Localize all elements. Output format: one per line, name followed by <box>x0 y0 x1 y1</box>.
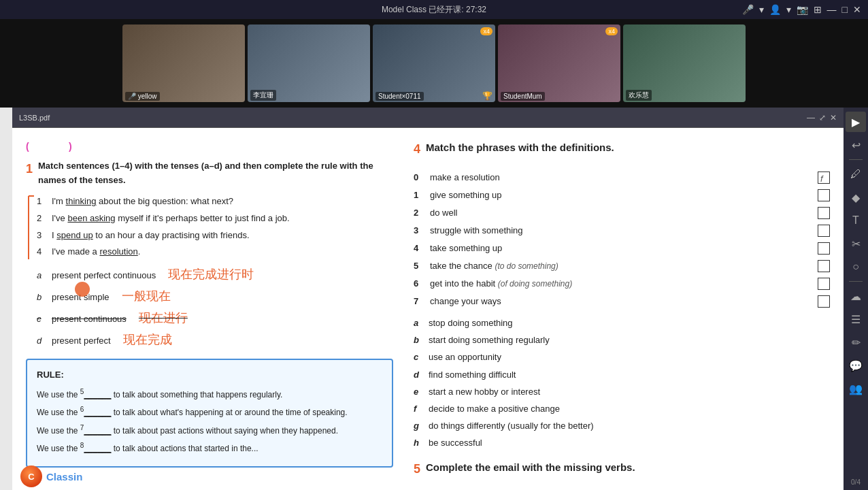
maximize-icon[interactable]: □ <box>842 4 848 15</box>
rule-line-4: We use the 8______ to talk about actions… <box>37 440 382 455</box>
pdf-content: ( ) 1 Match sentences (1–4) with the ten… <box>12 128 844 490</box>
people-icon[interactable]: 👥 <box>846 378 866 399</box>
rule-line-2: We use the 6______ to talk about what's … <box>37 404 382 419</box>
video-label-4: StudentMum <box>501 92 545 101</box>
tense-c: c present continuous 现在进行 <box>37 308 393 328</box>
mic-icon[interactable]: 🎤 <box>742 4 754 15</box>
logo-circle-icon: C <box>20 466 42 487</box>
close-pdf-icon[interactable]: ✕ <box>830 113 837 122</box>
tense-b: b present simple 一般现在 <box>37 287 393 306</box>
video-label-3: Student×0711 <box>375 92 424 101</box>
people-count: 0/4 <box>851 478 861 486</box>
sentence-4: 4 I've made a resolution. <box>37 245 393 259</box>
checkbox-4[interactable] <box>818 242 830 255</box>
checkbox-6[interactable] <box>818 278 830 290</box>
back-icon[interactable]: ↩ <box>846 135 866 155</box>
sentence-2: 2 I've been asking myself if it's perhap… <box>37 212 393 226</box>
scissors-icon[interactable]: ✂ <box>846 233 866 254</box>
section5-title: Complete the email with the missing verb… <box>426 459 635 476</box>
rule-title: RULE: <box>37 368 382 382</box>
minimize-icon[interactable]: — <box>827 4 837 15</box>
video-label-1: 🎤 yellow <box>125 92 160 101</box>
sidebar-divider-1 <box>849 159 863 160</box>
pdf-tab-label[interactable]: L3SB.pdf <box>19 114 50 122</box>
brush-icon[interactable]: 🖊 <box>846 164 866 184</box>
text-icon[interactable]: T <box>846 210 866 231</box>
def-c: c use an opportunity <box>414 350 830 365</box>
rule-line-3: We use the 7______ to talk about past ac… <box>37 423 382 438</box>
section1-title: Match sentences (1–4) with the tenses (a… <box>38 159 393 188</box>
chevron-down-icon2[interactable]: ▾ <box>786 4 791 15</box>
right-sidebar: ▶ ↩ 🖊 ◆ T ✂ ○ ☁ ☰ ✏ 💬 👥 0/4 <box>844 108 868 490</box>
app-title: Model Class <box>382 5 427 14</box>
section4-title: Match the phrases with the definitions. <box>426 139 614 157</box>
chevron-down-icon[interactable]: ▾ <box>759 4 764 15</box>
edit-icon[interactable]: ✏ <box>846 332 866 353</box>
cursor-indicator <box>75 282 90 297</box>
def-d: d find something difficult <box>414 368 830 382</box>
phrase-7: 7 change your ways <box>414 294 830 309</box>
sentence-3: 3 I spend up to an hour a day practising… <box>37 229 393 243</box>
rule-line-1: We use the 5______ to talk about somethi… <box>37 387 382 402</box>
phrase-1: 1 give something up <box>414 188 830 203</box>
def-h: h be successful <box>414 436 830 451</box>
section1-header: 1 Match sentences (1–4) with the tenses … <box>26 159 393 188</box>
document-wrapper: L3SB.pdf — ⤢ ✕ ( ) <box>12 108 844 490</box>
close-icon[interactable]: ✕ <box>853 4 861 15</box>
checkbox-2[interactable] <box>818 207 830 219</box>
video-badge-3: x4 <box>480 27 493 35</box>
checkbox-7[interactable] <box>818 295 830 308</box>
grid-icon[interactable]: ⊞ <box>814 4 822 15</box>
phrase-0: 0 make a resolution <box>414 170 830 185</box>
top-right-icons: 🎤 ▾ 👤 ▾ 📷 ⊞ — □ ✕ <box>742 4 861 15</box>
cursor-tool-icon[interactable]: ▶ <box>846 112 866 132</box>
def-e: e start a new hobby or interest <box>414 385 830 399</box>
def-a: a stop doing something <box>414 316 830 331</box>
phrase-2: 2 do well <box>414 206 830 220</box>
page-header-partial: ( ) <box>26 139 393 154</box>
classin-logo: C Classin <box>20 466 82 487</box>
def-g: g do things differently (usually for the… <box>414 419 830 434</box>
circle-icon[interactable]: ○ <box>846 257 866 277</box>
video-label-2: 李宜珊 <box>250 90 276 101</box>
phrase-5: 5 take the chance (to do something) <box>414 259 830 274</box>
section4-header: 4 Match the phrases with the definitions… <box>414 139 830 163</box>
list-icon[interactable]: ☰ <box>846 309 866 329</box>
checkbox-3[interactable] <box>818 225 830 237</box>
sentences-group: 1 I'm thinking about the big question: w… <box>37 195 393 259</box>
video-strip: 🎤 yellow 李宜珊 x4 Student×0711 🏆 x4 Studen… <box>0 19 868 108</box>
cloud-icon[interactable]: ☁ <box>846 286 866 306</box>
maximize-pdf-icon[interactable]: ⤢ <box>819 113 826 122</box>
checkbox-0[interactable] <box>818 172 830 184</box>
checkbox-1[interactable] <box>818 189 830 201</box>
section4-num: 4 <box>414 139 420 160</box>
right-column: 4 Match the phrases with the definitions… <box>414 139 830 479</box>
camera-icon[interactable]: 📷 <box>797 4 808 15</box>
video-cell-5: 欢乐慧 <box>623 24 746 102</box>
rule-box: RULE: We use the 5______ to talk about s… <box>26 359 393 468</box>
toolbar-icons: — ⤢ ✕ <box>807 113 837 122</box>
top-bar: Model Class 已经开课: 27:32 🎤 ▾ 👤 ▾ 📷 ⊞ — □ … <box>0 0 868 19</box>
section1-num: 1 <box>26 159 33 179</box>
left-column: ( ) 1 Match sentences (1–4) with the ten… <box>26 139 393 479</box>
left-panel <box>0 108 12 490</box>
phrase-6: 6 get into the habit (of doing something… <box>414 276 830 291</box>
video-label-5: 欢乐慧 <box>626 90 652 101</box>
checkbox-5[interactable] <box>818 260 830 272</box>
sentence-1: 1 I'm thinking about the big question: w… <box>37 195 393 209</box>
phrase-3: 3 struggle with something <box>414 223 830 238</box>
video-cell-1: 🎤 yellow <box>122 24 245 102</box>
user-icon[interactable]: 👤 <box>769 4 781 15</box>
sidebar-divider-2 <box>849 281 863 282</box>
diamond-icon[interactable]: ◆ <box>846 187 866 208</box>
section5-header: 5 Complete the email with the missing ve… <box>414 459 830 483</box>
def-f: f decide to make a positive change <box>414 402 830 416</box>
minimize-pdf-icon[interactable]: — <box>807 113 815 122</box>
chat-icon[interactable]: 💬 <box>846 355 866 376</box>
phrases-list: 0 make a resolution 1 give something up … <box>414 170 830 310</box>
mic-active-icon: 🏆 <box>482 91 493 101</box>
tense-a: a present perfect continuous 现在完成进行时 <box>37 265 393 284</box>
tense-d: d present perfect 现在完成 <box>37 330 393 350</box>
section5-num: 5 <box>414 459 420 480</box>
logo-text: Classin <box>46 471 82 483</box>
